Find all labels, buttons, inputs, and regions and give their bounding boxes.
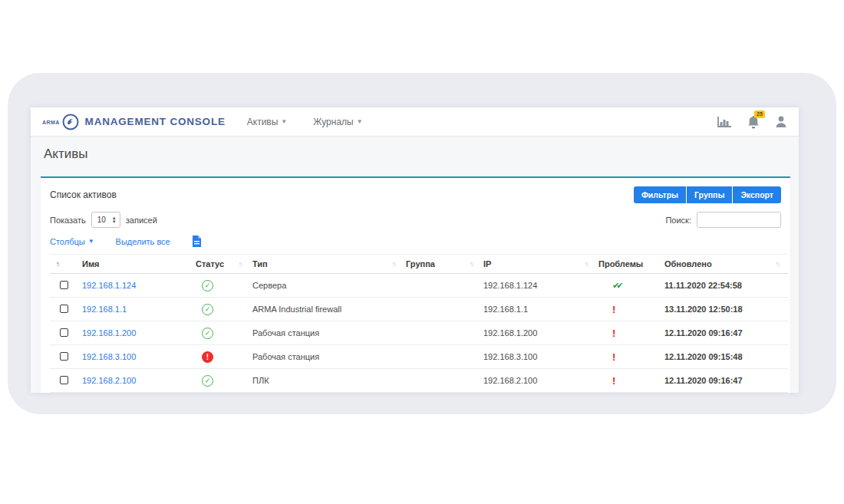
device-frame: ARMA MANAGEMENT CONSOLE Активы ▼ Журналы… (8, 73, 836, 414)
chevron-down-icon: ▼ (88, 239, 94, 245)
search-label: Поиск: (665, 216, 691, 225)
table-row: 192.168.1.200 Рабочая станция 192.168.1.… (50, 321, 788, 345)
column-ip[interactable]: IP ↑↓ (482, 255, 597, 274)
problems-icon (612, 328, 615, 339)
show-label: Показать (50, 216, 86, 225)
sort-icon: ↑↓ (585, 260, 588, 268)
row-checkbox[interactable] (60, 328, 68, 337)
sort-icon: ↑↓ (392, 260, 396, 268)
asset-ip: 192.168.3.100 (482, 345, 597, 369)
arma-logo-text: ARMA (42, 120, 60, 125)
asset-ip: 192.168.1.1 (482, 298, 597, 321)
asset-name-link[interactable]: 192.168.1.200 (82, 328, 136, 338)
sort-icon: ↑↓ (56, 260, 60, 268)
asset-group (404, 298, 482, 321)
row-checkbox[interactable] (60, 352, 68, 361)
asset-group (404, 345, 482, 369)
column-problems[interactable]: Проблемы (597, 255, 663, 274)
export-file-icon[interactable] (192, 236, 202, 247)
asset-name-link[interactable]: 192.168.1.1 (82, 305, 127, 314)
navbar-icons: 25 (717, 115, 787, 129)
table-controls: Показать 10 ▲▼ записей Поиск: (41, 203, 790, 228)
asset-updated: 12.11.2020 09:16:47 (663, 321, 788, 345)
row-checkbox[interactable] (60, 281, 68, 289)
sort-icon: ↑↓ (470, 260, 473, 268)
column-status[interactable]: Статус ↑↓ (194, 255, 251, 274)
status-icon (202, 375, 213, 387)
chevron-down-icon: ▼ (357, 119, 363, 125)
problems-icon (612, 281, 620, 291)
table-row: 192.168.1.124 Сервера 192.168.1.124 11.1… (50, 274, 788, 298)
asset-name-link[interactable]: 192.168.3.100 (82, 352, 136, 361)
chart-icon[interactable] (717, 116, 732, 128)
notifications-bell-icon[interactable]: 25 (747, 115, 760, 129)
status-icon (202, 351, 213, 363)
records-label: записей (126, 216, 157, 225)
menu-assets[interactable]: Активы ▼ (247, 117, 288, 127)
user-profile-icon[interactable] (775, 115, 787, 128)
asset-type: Сервера (251, 274, 404, 298)
search-input[interactable] (697, 212, 781, 228)
row-checkbox[interactable] (60, 305, 68, 313)
problems-icon (612, 375, 615, 387)
columns-dropdown[interactable]: Столбцы ▼ (50, 237, 94, 246)
app-window: ARMA MANAGEMENT CONSOLE Активы ▼ Журналы… (31, 107, 799, 393)
status-icon (202, 304, 213, 315)
problems-icon (612, 304, 615, 315)
asset-type: ПЛК (251, 369, 404, 393)
main-menu: Активы ▼ Журналы ▼ (247, 117, 363, 127)
problems-icon (612, 351, 615, 363)
table-row: 192.168.2.100 ПЛК 192.168.2.100 12.11.20… (50, 369, 788, 393)
page-title: Активы (31, 137, 799, 162)
asset-updated: 13.11.2020 12:50:18 (663, 298, 788, 321)
asset-name-link[interactable]: 192.168.2.100 (82, 376, 136, 385)
column-select-all[interactable]: ↑↓ (50, 255, 81, 274)
notification-count-badge: 25 (754, 110, 765, 118)
asset-group (404, 274, 482, 298)
asset-name-link[interactable]: 192.168.1.124 (82, 281, 136, 290)
asset-updated: 12.11.2020 09:15:48 (663, 345, 788, 369)
page-content: Активы Список активов Фильтры Группы Экс… (31, 137, 799, 393)
menu-logs[interactable]: Журналы ▼ (313, 117, 362, 127)
select-arrows-icon: ▲▼ (112, 216, 117, 223)
card-header: Список активов Фильтры Группы Экспорт (41, 178, 790, 203)
asset-ip: 192.168.1.124 (482, 274, 597, 298)
app-title: MANAGEMENT CONSOLE (85, 116, 226, 127)
table-row: 192.168.1.1 ARMA Industrial firewall 192… (50, 298, 788, 321)
asset-group (404, 369, 482, 393)
asset-updated: 11.11.2020 22:54:58 (663, 274, 788, 298)
asset-list-card: Список активов Фильтры Группы Экспорт По… (41, 176, 790, 393)
card-title: Список активов (50, 189, 117, 200)
brand[interactable]: ARMA MANAGEMENT CONSOLE (42, 114, 226, 130)
status-icon (202, 280, 213, 292)
asset-updated: 12.11.2020 09:16:47 (663, 369, 788, 393)
column-name[interactable]: Имя (81, 255, 194, 274)
table-toolbar: Столбцы ▼ Выделить все (41, 228, 790, 247)
column-group[interactable]: Группа ↑↓ (404, 255, 482, 274)
table-row: 192.168.3.100 Рабочая станция 192.168.3.… (50, 345, 788, 369)
assets-table: ↑↓ Имя Статус ↑↓ Тип ↑↓ Группа ↑↓ IP ↑↓ (50, 254, 788, 393)
asset-group (404, 321, 482, 345)
row-checkbox[interactable] (60, 376, 68, 384)
asset-type: Рабочая станция (251, 321, 404, 345)
sort-icon: ↑↓ (776, 260, 780, 268)
search-control: Поиск: (665, 212, 781, 228)
export-button[interactable]: Экспорт (733, 186, 781, 203)
sort-icon: ↑↓ (239, 260, 242, 268)
select-all-link[interactable]: Выделить все (116, 237, 170, 246)
groups-button[interactable]: Группы (687, 186, 732, 203)
column-type[interactable]: Тип ↑↓ (251, 255, 404, 274)
asset-ip: 192.168.2.100 (482, 369, 597, 393)
card-actions: Фильтры Группы Экспорт (634, 186, 781, 203)
arma-logo-icon (62, 114, 79, 130)
column-updated[interactable]: Обновлено ↑↓ (663, 255, 788, 274)
asset-type: ARMA Industrial firewall (251, 298, 404, 321)
top-navbar: ARMA MANAGEMENT CONSOLE Активы ▼ Журналы… (31, 107, 799, 137)
status-icon (202, 328, 213, 339)
table-header-row: ↑↓ Имя Статус ↑↓ Тип ↑↓ Группа ↑↓ IP ↑↓ (50, 255, 788, 274)
asset-ip: 192.168.1.200 (482, 321, 597, 345)
asset-type: Рабочая станция (251, 345, 404, 369)
filters-button[interactable]: Фильтры (634, 186, 686, 203)
page-size-select[interactable]: 10 ▲▼ (91, 212, 120, 228)
page-size-control: Показать 10 ▲▼ записей (50, 212, 157, 228)
